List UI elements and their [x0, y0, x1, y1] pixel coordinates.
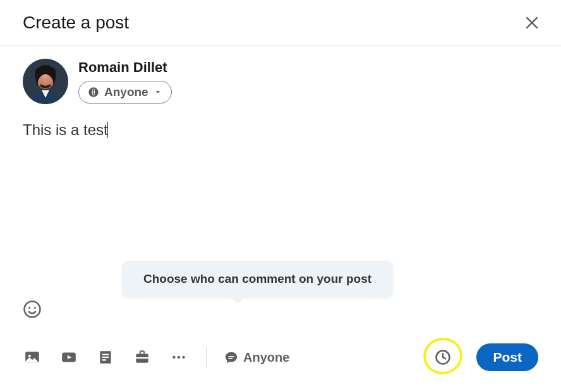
add-job-button[interactable]	[133, 349, 152, 365]
schedule-button[interactable]	[434, 348, 452, 366]
post-editor[interactable]: This is a test	[23, 119, 538, 214]
comment-icon	[224, 350, 238, 364]
modal-footer: Anyone Post	[0, 330, 561, 392]
add-document-button[interactable]	[96, 349, 115, 365]
video-icon	[59, 349, 78, 365]
more-icon	[169, 349, 188, 365]
svg-rect-21	[228, 356, 234, 357]
comment-scope-label: Anyone	[243, 350, 289, 365]
attachment-icons	[23, 349, 188, 365]
add-photo-button[interactable]	[23, 349, 42, 365]
close-icon	[524, 15, 540, 31]
caret-down-icon	[154, 88, 162, 97]
author-meta: Romain Dillet Anyone	[78, 59, 172, 104]
globe-icon	[88, 86, 99, 98]
svg-point-19	[178, 356, 180, 359]
add-video-button[interactable]	[59, 349, 78, 365]
briefcase-icon	[133, 349, 152, 365]
emoji-button[interactable]	[23, 300, 42, 319]
svg-rect-17	[136, 357, 148, 359]
author-name: Romain Dillet	[78, 59, 172, 76]
close-button[interactable]	[521, 11, 543, 34]
avatar-image	[23, 59, 68, 104]
svg-point-6	[25, 302, 40, 318]
photo-icon	[23, 349, 42, 365]
comment-scope-button[interactable]: Anyone	[224, 350, 289, 365]
editor-text: This is a test	[23, 121, 108, 138]
text-caret	[107, 122, 109, 138]
svg-rect-14	[102, 357, 109, 358]
schedule-wrap	[422, 339, 464, 376]
visibility-label: Anyone	[104, 85, 148, 99]
create-post-modal: Create a post	[0, 0, 561, 392]
tooltip-text: Choose who can comment on your post	[143, 272, 371, 285]
svg-point-8	[34, 307, 36, 309]
svg-rect-22	[228, 358, 232, 359]
comment-scope-tooltip: Choose who can comment on your post	[122, 261, 393, 297]
author-row: Romain Dillet Anyone	[23, 59, 538, 104]
modal-title: Create a post	[23, 13, 129, 33]
footer-divider	[206, 347, 207, 367]
svg-point-7	[28, 307, 30, 309]
emoji-row	[23, 300, 538, 330]
svg-rect-15	[102, 359, 107, 360]
avatar	[23, 59, 68, 104]
document-icon	[96, 349, 115, 365]
svg-point-10	[28, 355, 31, 357]
svg-rect-13	[102, 354, 109, 355]
modal-header: Create a post	[0, 0, 561, 46]
svg-point-18	[172, 356, 175, 359]
svg-point-20	[182, 356, 184, 359]
modal-body: Romain Dillet Anyone This is a test	[0, 46, 561, 330]
more-options-button[interactable]	[169, 349, 188, 365]
post-button[interactable]: Post	[476, 343, 538, 371]
emoji-icon	[23, 300, 42, 319]
visibility-selector[interactable]: Anyone	[78, 81, 172, 104]
clock-icon	[434, 348, 452, 366]
